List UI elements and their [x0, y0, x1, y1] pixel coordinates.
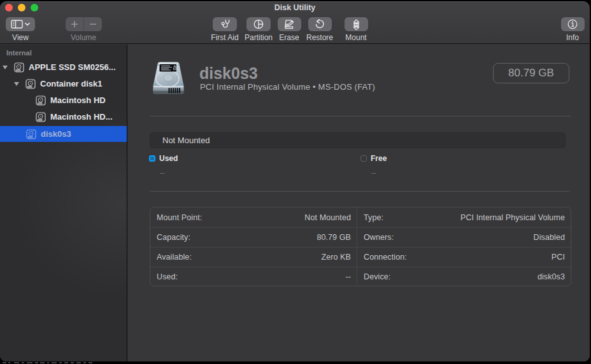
view-button[interactable] [6, 17, 35, 31]
table-row: Connection: PCI [357, 247, 571, 267]
sidebar-row-content: Container disk1 [0, 76, 127, 92]
desktop-speck [8, 362, 10, 363]
row-label: Type: [364, 213, 383, 222]
desktop-speck [52, 362, 57, 363]
add-volume-button[interactable] [66, 17, 83, 31]
table-row: Mount Point: Not Mounted [150, 207, 357, 227]
mount-label: Mount [337, 33, 375, 42]
remove-volume-button[interactable] [83, 17, 101, 31]
desktop-speck [27, 362, 32, 363]
minus-icon [89, 20, 97, 28]
size-badge: 80.79 GB [493, 63, 569, 83]
disclosure-triangle-icon[interactable] [14, 82, 19, 86]
stethoscope-icon [220, 19, 231, 29]
mount-button[interactable] [345, 17, 368, 31]
toolbar-item-info: Info [553, 17, 590, 42]
desktop-speck [47, 362, 49, 363]
table-row: Used: -- [150, 267, 357, 286]
divider [150, 191, 570, 192]
device-title: disk0s3 [199, 64, 258, 83]
row-label: Used: [157, 272, 178, 281]
main-panel: disk0s3 PCI Internal Physical Volume • M… [127, 45, 590, 361]
table-row: Capacity: 80.79 GB [150, 227, 357, 247]
restore-label: Restore [301, 33, 339, 42]
toolbar-item-mount: Mount [337, 17, 375, 42]
erase-button[interactable] [278, 17, 301, 31]
legend-row: Free [360, 154, 387, 163]
titlebar: Disk Utility View [0, 1, 590, 44]
row-label: Owners: [364, 233, 394, 242]
info-label: Info [553, 33, 590, 42]
toolbar-item-volume: Volume [61, 17, 106, 42]
desktop-speck [35, 362, 38, 363]
row-value: Not Mounted [304, 213, 351, 222]
mount-eject-icon [351, 19, 362, 30]
row-value: -- [345, 272, 351, 281]
free-swatch [360, 155, 367, 162]
row-value: disk0s3 [538, 272, 565, 281]
first-aid-button[interactable] [213, 17, 237, 31]
desktop-speck [22, 362, 24, 363]
disk-utility-window: Disk Utility View [0, 1, 590, 361]
row-label: Device: [364, 272, 390, 281]
sidebar-item-label: APPLE SSD SM0256... [29, 62, 116, 72]
desktop-speck [59, 362, 62, 363]
disclosure-triangle-icon[interactable] [3, 66, 8, 69]
desktop-speck [76, 362, 81, 363]
row-label: Connection: [364, 253, 407, 262]
legend-free: Free -- [360, 154, 387, 176]
sidebar-item-disk0s3[interactable]: disk0s3 [0, 126, 127, 142]
free-value: -- [371, 169, 387, 176]
info-button[interactable] [561, 17, 585, 31]
sidebar-item-label: Macintosh HD [50, 95, 106, 105]
sidebar-item-container-disk1[interactable]: Container disk1 [0, 76, 127, 92]
row-label: Available: [157, 253, 192, 262]
table-row: Device: disk0s3 [357, 267, 571, 286]
sidebar-item-macintosh-hd-data[interactable]: Macintosh HD... [0, 109, 127, 125]
view-label: View [1, 33, 39, 42]
drive-icon [36, 95, 46, 106]
table-column-left: Mount Point: Not Mounted Capacity: 80.79… [150, 207, 357, 286]
row-label: Mount Point: [157, 213, 202, 222]
legend-used: Used -- [149, 154, 178, 176]
sidebar-item-label: Container disk1 [40, 79, 103, 88]
free-label: Free [371, 154, 387, 163]
sidebar-row-content: Macintosh HD... [0, 109, 127, 125]
info-circle-icon [567, 19, 578, 29]
hard-drive-icon [150, 60, 187, 97]
desktop-speck [40, 362, 45, 363]
table-row: Owners: Disabled [357, 227, 571, 247]
sidebar-row-content: disk0s3 [0, 126, 127, 142]
divider [150, 116, 571, 116]
device-subtitle: PCI Internal Physical Volume • MS-DOS (F… [200, 82, 375, 92]
desktop-speck [89, 362, 92, 363]
toolbar-item-view: View [1, 17, 39, 42]
drive-icon [36, 112, 46, 122]
sidebar-section-internal: Internal [6, 49, 32, 57]
sidebar-item-macintosh-hd[interactable]: Macintosh HD [0, 92, 127, 108]
erase-pencil-icon [284, 19, 294, 29]
usage-bar: Not Mounted [150, 132, 566, 148]
drive-icon [26, 129, 36, 139]
row-value: PCI [552, 253, 565, 262]
used-label: Used [159, 154, 178, 163]
plus-icon [71, 20, 78, 28]
toolbar-item-restore: Restore [301, 17, 339, 42]
undo-arrow-icon [315, 19, 325, 29]
sidebar-row-content: APPLE SSD SM0256... [0, 59, 127, 75]
row-value: Disabled [534, 233, 565, 242]
table-row: Available: Zero KB [150, 247, 357, 267]
desktop-speck [3, 362, 6, 363]
desktop-speck [71, 362, 74, 363]
pie-chart-icon [253, 19, 264, 29]
sidebar-item-apple-ssd[interactable]: APPLE SSD SM0256... [0, 59, 127, 75]
volume-segmented-control [66, 17, 102, 31]
window-content: Internal [0, 45, 590, 361]
row-value: Zero KB [321, 253, 351, 262]
sidebar-item-label: disk0s3 [41, 129, 71, 139]
desktop-speck [14, 362, 19, 363]
partition-button[interactable] [246, 17, 271, 31]
window-title: Disk Utility [0, 3, 590, 12]
restore-button[interactable] [308, 17, 332, 31]
row-value: 80.79 GB [317, 233, 351, 242]
